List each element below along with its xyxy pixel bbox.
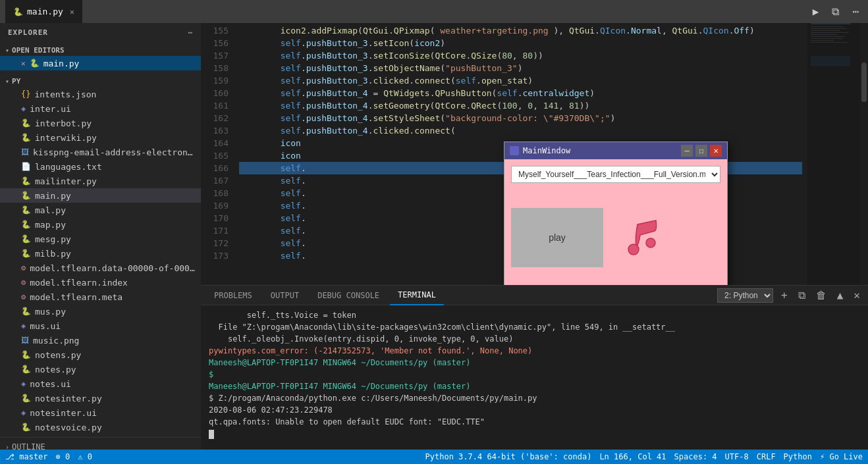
py-section-header[interactable]: ▾ PY [0,76,201,87]
line-number: 155 [201,24,229,37]
delete-terminal-button[interactable]: 🗑 [813,288,829,303]
sidebar-file-item[interactable]: ◈notes.ui [0,376,201,391]
open-editors-main-py[interactable]: ✕ 🐍 main.py [0,56,201,70]
play-button[interactable]: play [511,208,603,267]
run-button[interactable]: ▶ [809,4,823,19]
sidebar-file-item[interactable]: 🐍mal.py [0,203,201,217]
line-numbers: 1551561571581591601611621631641651661671… [201,23,234,285]
line-number: 167 [201,174,229,187]
sidebar-file-item[interactable]: 🖼kisspng-email-address-electronic-mailin… [0,145,201,159]
open-editors-header[interactable]: ▾ OPEN EDITORS [0,45,201,56]
line-ending[interactable]: CRLF [757,452,776,461]
python-file-icon: 🐍 [21,350,31,359]
editor-area: 1551561571581591601611621631641651661671… [201,23,868,450]
code-line: self.pushButton_3.setIconSize(QtCore.QSi… [239,49,802,62]
panel-tabs: PROBLEMS OUTPUT DEBUG CONSOLE TERMINAL 2… [201,286,868,305]
split-editor-button[interactable]: ⧉ [828,4,843,19]
go-live-button[interactable]: ⚡ Go Live [820,452,863,461]
chevron-down-icon2: ▾ [5,78,9,85]
sidebar-file-item[interactable]: 🖼music.png [0,333,201,348]
svg-rect-10 [811,42,847,43]
line-number: 166 [201,162,229,174]
terminal-line: File "Z:\progam\Anaconda\lib\site-packag… [209,321,860,333]
sidebar-file-item[interactable]: 🐍interwiki.py [0,130,201,145]
outline-item[interactable]: › OUTLINE [0,440,201,450]
sidebar: EXPLORER ⋯ ▾ OPEN EDITORS ✕ 🐍 main.py ▾ … [0,23,201,450]
sidebar-file-item[interactable]: 🐍notens.py [0,348,201,362]
code-line: self.pushButton_3.setIcon(icon2) [239,37,802,49]
code-line: self.pushButton_4 = QtWidgets.QPushButto… [239,87,802,99]
ln-col[interactable]: Ln 166, Col 41 [599,452,666,461]
img-file-icon: 🖼 [21,336,29,345]
sidebar-file-item[interactable]: 🐍main.py [0,188,201,203]
panel-tab-right: 2: Python + ⧉ 🗑 ▲ ✕ [717,288,863,303]
music-note-icon [616,211,669,264]
modal-minimize-button[interactable]: ─ [681,145,693,157]
language-mode[interactable]: Python [784,452,812,461]
spaces[interactable]: Spaces: 4 [674,452,717,461]
file-label: music.png [33,336,79,346]
split-terminal-button[interactable]: ⧉ [796,288,808,303]
python-file-icon: 🐍 [21,118,31,128]
file-label: mus.ui [30,321,61,331]
close-icon[interactable]: ✕ [21,59,26,68]
file-label: milb.py [35,249,71,259]
file-label: notes.py [35,365,76,374]
line-number: 160 [201,87,229,99]
sidebar-file-item[interactable]: 🐍notesinter.py [0,391,201,405]
sidebar-file-item[interactable]: 🐍milb.py [0,246,201,261]
sidebar-file-item[interactable]: 🐍notesvoice.py [0,420,201,434]
close-panel-button[interactable]: ✕ [851,288,863,303]
sidebar-file-item[interactable]: 🐍interbot.py [0,116,201,130]
sidebar-file-item[interactable]: 🐍mailinter.py [0,174,201,188]
sidebar-file-item[interactable]: 🐍mesg.py [0,232,201,246]
main-window-modal[interactable]: MainWindow ─ □ ✕ Myself_Yourself___Tears… [504,142,728,285]
sidebar-file-item[interactable]: ⚙model.tflearn.data-00000-of-00001 [0,261,201,275]
encoding[interactable]: UTF-8 [725,452,749,461]
warnings-count[interactable]: ⚠ 0 [78,452,92,461]
tab-debug[interactable]: DEBUG CONSOLE [310,286,387,305]
meta-file-icon: ⚙ [21,278,26,287]
modal-restore-button[interactable]: □ [695,145,707,157]
python-version[interactable]: Python 3.7.4 64-bit ('base': conda) [425,452,592,461]
line-number: 162 [201,112,229,124]
sidebar-file-item[interactable]: ◈inter.ui [0,101,201,116]
main-tab[interactable]: 🐍 main.py ✕ [5,0,82,23]
ui-file-icon: ◈ [21,408,26,417]
python-file-icon: 🐍 [21,220,31,229]
sidebar-file-item[interactable]: ◈notesinter.ui [0,405,201,420]
terminal-content[interactable]: self._tts.Voice = token File "Z:\progam\… [201,305,868,450]
editor-scrollbar[interactable] [860,23,868,285]
git-branch[interactable]: ⎇ master [5,452,48,461]
tab-problems[interactable]: PROBLEMS [206,286,260,305]
code-line: self.pushButton_3.setObjectName("pushBut… [239,62,802,74]
add-terminal-button[interactable]: + [778,288,790,303]
tab-close-icon[interactable]: ✕ [70,7,74,16]
line-number: 161 [201,99,229,112]
maximize-panel-button[interactable]: ▲ [834,288,846,303]
more-button[interactable]: ⋯ [848,4,863,19]
errors-count[interactable]: ⊗ 0 [56,452,70,461]
tab-output[interactable]: OUTPUT [263,286,307,305]
file-label: notesinter.py [35,394,102,403]
modal-close-button[interactable]: ✕ [710,145,722,157]
sidebar-file-item[interactable]: ⚙model.tflearn.meta [0,290,201,304]
sidebar-file-item[interactable]: ◈mus.ui [0,319,201,333]
python-select[interactable]: 2: Python [717,288,773,303]
sidebar-file-item[interactable]: 🐍mus.py [0,304,201,319]
sidebar-header-icons[interactable]: ⋯ [188,28,193,37]
sidebar-file-item[interactable]: {}intents.json [0,87,201,101]
outline-label: OUTLINE [12,442,45,450]
sidebar-file-item[interactable]: 🐍map.py [0,217,201,232]
meta-file-icon: ⚙ [21,263,26,272]
sidebar-file-item[interactable]: 🐍notes.py [0,362,201,376]
tab-label: main.py [27,7,63,16]
sidebar-file-item[interactable]: ⚙model.tflearn.index [0,275,201,290]
tab-terminal[interactable]: TERMINAL [390,286,444,305]
code-line: self.pushButton_4.setStyleSheet("backgro… [239,112,802,124]
more-icon[interactable]: ⋯ [188,28,193,37]
line-number: 156 [201,37,229,49]
sidebar-bottom: › OUTLINE › TIMELINE › MAVEN [0,437,201,450]
song-dropdown[interactable]: Myself_Yourself___Tears_Infection___Full… [511,166,720,183]
sidebar-file-item[interactable]: 📄languages.txt [0,159,201,174]
